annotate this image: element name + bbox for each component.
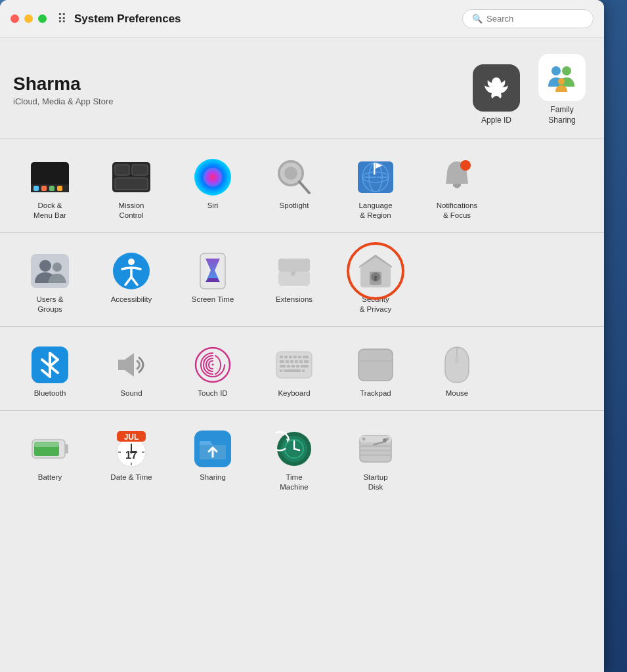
svg-rect-8 bbox=[57, 186, 62, 191]
maximize-button[interactable] bbox=[38, 14, 47, 23]
sharing-label: Sharing bbox=[200, 472, 226, 482]
pref-item-keyboard[interactable]: Keyboard bbox=[255, 339, 334, 405]
section-2-grid: Users &Groups bbox=[11, 245, 594, 321]
svg-rect-67 bbox=[292, 365, 295, 368]
apple-id-icon bbox=[483, 74, 510, 102]
users-groups-icon bbox=[30, 251, 70, 291]
mission-control-icon bbox=[112, 158, 151, 197]
svg-rect-65 bbox=[280, 365, 286, 368]
svg-text:JUL: JUL bbox=[124, 432, 139, 442]
pref-item-trackpad[interactable]: Trackpad bbox=[336, 339, 415, 405]
svg-rect-71 bbox=[280, 369, 282, 372]
pref-item-mouse[interactable]: Mouse bbox=[418, 339, 496, 405]
user-name: Sharma bbox=[13, 74, 470, 94]
pref-item-users-groups[interactable]: Users &Groups bbox=[11, 245, 89, 321]
security-privacy-icon bbox=[356, 251, 395, 291]
pref-item-spotlight[interactable]: Spotlight bbox=[255, 151, 334, 227]
trackpad-label: Trackpad bbox=[360, 388, 391, 398]
svg-rect-64 bbox=[304, 360, 309, 363]
pref-item-touch-id[interactable]: Touch ID bbox=[173, 339, 252, 405]
pref-item-extensions[interactable]: Extensions bbox=[255, 245, 334, 321]
battery-icon bbox=[30, 429, 70, 469]
section-1: Dock &Menu Bar bbox=[0, 139, 604, 233]
svg-rect-27 bbox=[374, 163, 376, 175]
svg-point-35 bbox=[128, 259, 135, 265]
pref-item-accessibility[interactable]: Accessibility bbox=[92, 245, 171, 321]
extensions-icon bbox=[274, 251, 314, 291]
pref-item-time-machine[interactable]: TimeMachine bbox=[255, 423, 334, 499]
svg-text:17: 17 bbox=[125, 450, 137, 461]
grid-icon: ⠿ bbox=[57, 11, 66, 27]
pref-item-sound[interactable]: Sound bbox=[92, 339, 171, 405]
svg-point-33 bbox=[53, 262, 62, 272]
language-region-icon bbox=[356, 158, 395, 197]
svg-rect-58 bbox=[303, 356, 309, 358]
pref-item-sharing[interactable]: Sharing bbox=[173, 423, 252, 499]
pref-item-startup-disk[interactable]: StartupDisk bbox=[336, 423, 415, 499]
screen-time-icon bbox=[193, 251, 232, 291]
section-1-grid: Dock &Menu Bar bbox=[11, 151, 594, 227]
notifications-focus-label: Notifications& Focus bbox=[437, 201, 478, 220]
minimize-button[interactable] bbox=[24, 14, 33, 23]
touch-id-label: Touch ID bbox=[198, 388, 227, 398]
user-section: Sharma iCloud, Media & App Store Apple I… bbox=[0, 38, 604, 139]
siri-icon bbox=[193, 158, 232, 197]
svg-rect-48 bbox=[375, 278, 377, 281]
pref-item-date-time[interactable]: JUL 17 Date & Time bbox=[92, 423, 171, 499]
pref-item-mission-control[interactable]: MissionControl bbox=[92, 151, 171, 227]
svg-rect-81 bbox=[34, 442, 59, 447]
touch-id-icon bbox=[193, 345, 232, 385]
svg-point-109 bbox=[383, 438, 387, 442]
pref-item-dock-menu-bar[interactable]: Dock &Menu Bar bbox=[11, 151, 89, 227]
search-input[interactable] bbox=[486, 14, 585, 24]
svg-rect-29 bbox=[453, 184, 461, 186]
startup-disk-icon bbox=[356, 429, 395, 469]
bluetooth-label: Bluetooth bbox=[34, 388, 66, 398]
pref-item-family-sharing[interactable]: FamilySharing bbox=[536, 54, 588, 125]
battery-label: Battery bbox=[38, 472, 62, 482]
section-2: Users &Groups bbox=[0, 233, 604, 327]
svg-rect-13 bbox=[115, 165, 129, 175]
svg-rect-56 bbox=[293, 356, 297, 358]
svg-rect-54 bbox=[284, 356, 288, 358]
svg-rect-73 bbox=[358, 349, 393, 381]
svg-point-0 bbox=[551, 66, 561, 75]
pref-item-language-region[interactable]: Language& Region bbox=[336, 151, 415, 227]
pref-item-security-privacy[interactable]: Security& Privacy bbox=[336, 245, 415, 321]
search-bar[interactable]: 🔍 bbox=[462, 9, 594, 28]
spotlight-icon bbox=[274, 158, 314, 197]
screen-time-label: Screen Time bbox=[192, 295, 234, 304]
svg-rect-70 bbox=[284, 369, 301, 372]
users-groups-label: Users &Groups bbox=[37, 295, 64, 314]
extensions-label: Extensions bbox=[276, 295, 313, 304]
section-4: Battery bbox=[0, 411, 604, 504]
language-region-label: Language& Region bbox=[358, 201, 392, 220]
pref-item-apple-id[interactable]: Apple ID bbox=[470, 64, 523, 126]
svg-rect-72 bbox=[302, 369, 305, 372]
apple-id-label: Apple ID bbox=[481, 116, 511, 126]
bluetooth-icon bbox=[30, 345, 70, 385]
svg-rect-57 bbox=[298, 356, 301, 358]
user-subtitle: iCloud, Media & App Store bbox=[13, 96, 470, 106]
mission-control-label: MissionControl bbox=[119, 201, 144, 220]
svg-rect-14 bbox=[132, 165, 148, 175]
user-info: Sharma iCloud, Media & App Store bbox=[13, 74, 470, 106]
dock-menu-bar-label: Dock &Menu Bar bbox=[33, 201, 66, 220]
pref-item-notifications-focus[interactable]: Notifications& Focus bbox=[418, 151, 496, 227]
pref-item-battery[interactable]: Battery bbox=[11, 423, 89, 499]
svg-rect-5 bbox=[33, 186, 39, 191]
pref-item-bluetooth[interactable]: Bluetooth bbox=[11, 339, 89, 405]
close-button[interactable] bbox=[11, 14, 19, 23]
spotlight-label: Spotlight bbox=[280, 201, 309, 211]
pref-item-screen-time[interactable]: Screen Time bbox=[173, 245, 252, 321]
family-sharing-icon-box bbox=[538, 54, 586, 101]
svg-rect-53 bbox=[280, 356, 283, 358]
svg-rect-63 bbox=[299, 360, 303, 363]
svg-point-30 bbox=[460, 160, 471, 171]
system-preferences-window: ⠿ System Preferences 🔍 Sharma iCloud, Me… bbox=[0, 0, 604, 672]
mouse-label: Mouse bbox=[446, 388, 469, 398]
pref-item-siri[interactable]: Siri bbox=[173, 151, 252, 227]
svg-rect-15 bbox=[115, 178, 148, 190]
svg-rect-105 bbox=[360, 454, 391, 456]
svg-rect-60 bbox=[286, 360, 289, 363]
